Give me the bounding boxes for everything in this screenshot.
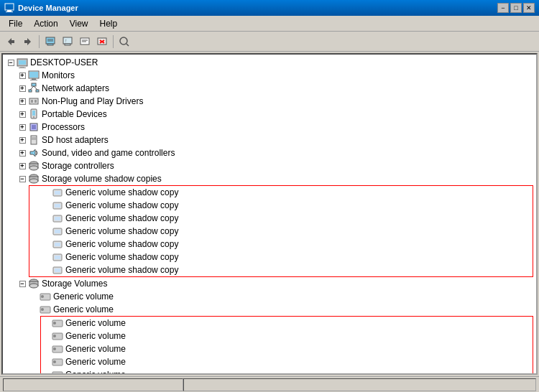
svg-rect-2: [6, 11, 13, 12]
sdhost-label: SD host adapters: [42, 135, 109, 145]
menu-view[interactable]: View: [64, 17, 94, 30]
svg-rect-0: [5, 4, 14, 10]
vol7-expand: [41, 370, 51, 375]
vol1-icon: [40, 291, 51, 302]
tree-item-shadow5[interactable]: Generic volume shadow copy: [29, 238, 533, 251]
svg-line-31: [30, 86, 34, 90]
storagevolumes-expand[interactable]: −: [17, 279, 27, 289]
uninstall-button[interactable]: [94, 34, 110, 50]
tree-item-sdhost[interactable]: + SD host adapters: [3, 134, 536, 146]
sdhost-expand[interactable]: +: [17, 135, 27, 145]
svg-rect-25: [29, 72, 38, 78]
tree-item-network[interactable]: + Network adapters: [3, 82, 536, 95]
vol5-icon: [52, 343, 63, 355]
svg-rect-30: [36, 90, 39, 92]
close-button[interactable]: ✕: [523, 3, 535, 13]
tree-item-vol3[interactable]: Generic volume: [41, 317, 533, 330]
svg-marker-4: [24, 38, 31, 45]
shadow7-label: Generic volume shadow copy: [65, 265, 178, 275]
tree-item-vol2[interactable]: Generic volume: [3, 303, 536, 316]
network-expand[interactable]: +: [17, 83, 27, 93]
rollback-icon: [79, 36, 91, 47]
tree-item-storagevolumeshadow[interactable]: − Storage volume shadow copies: [3, 172, 536, 185]
tree-item-shadow6[interactable]: Generic volume shadow copy: [29, 251, 533, 263]
svg-point-48: [29, 166, 38, 170]
toolbar-separator-1: [39, 35, 40, 48]
vol2-icon: [40, 304, 51, 315]
svg-rect-22: [20, 66, 24, 67]
title-text: Device Manager: [18, 4, 78, 12]
tree-item-processors[interactable]: + Processors: [3, 121, 536, 134]
tree-item-shadow7[interactable]: Generic volume shadow copy: [29, 263, 533, 276]
tree-item-vol1[interactable]: Generic volume: [3, 290, 536, 303]
vol6-expand: [41, 357, 51, 367]
portable-icon: [28, 108, 40, 120]
processors-expand[interactable]: +: [17, 122, 27, 132]
minimize-button[interactable]: −: [497, 3, 509, 13]
menu-action[interactable]: Action: [28, 17, 63, 30]
storagevolumes-icon: [28, 278, 40, 289]
svg-point-80: [53, 360, 56, 363]
tree-item-storagecontrollers[interactable]: + Storage controllers: [3, 159, 536, 172]
svg-point-18: [120, 37, 127, 45]
svg-rect-1: [7, 10, 11, 11]
menu-file[interactable]: File: [3, 17, 28, 30]
tree-item-shadow2[interactable]: Generic volume shadow copy: [29, 199, 533, 212]
app-icon: [4, 3, 14, 13]
shadow4-label: Generic volume shadow copy: [65, 226, 178, 236]
tree-panel[interactable]: − DESKTOP-USER +: [1, 53, 538, 375]
status-bar: [0, 376, 539, 392]
tree-item-monitors[interactable]: + Monitors: [3, 69, 536, 82]
tree-item-shadow4[interactable]: Generic volume shadow copy: [29, 225, 533, 238]
tree-item-vol4[interactable]: Generic volume: [41, 330, 533, 342]
nonplug-icon: [28, 95, 40, 107]
monitors-label: Monitors: [42, 70, 75, 80]
svg-marker-3: [8, 38, 14, 45]
tree-item-portable[interactable]: + Portable Devices: [3, 108, 536, 121]
vol3-expand: [41, 318, 51, 328]
menu-help[interactable]: Help: [94, 17, 124, 30]
svg-point-38: [33, 116, 34, 118]
storagecontrollers-expand[interactable]: +: [17, 161, 27, 171]
svg-line-32: [34, 86, 37, 90]
update-button[interactable]: ↑: [60, 34, 75, 50]
tree-item-vol6[interactable]: Generic volume: [41, 355, 533, 368]
forward-button[interactable]: [20, 34, 36, 50]
tree-item-sound[interactable]: + Sound, video and game controllers: [3, 146, 536, 159]
svg-line-19: [126, 44, 129, 46]
vol2-label: Generic volume: [53, 304, 114, 314]
maximize-button[interactable]: □: [510, 3, 522, 13]
svg-rect-21: [19, 60, 26, 65]
title-bar-left: Device Manager: [4, 3, 78, 13]
storagevolumeshadow-expand[interactable]: −: [17, 174, 27, 184]
menu-bar: File Action View Help: [0, 16, 539, 32]
volumes-group1: Generic volume Generic volume: [40, 316, 533, 375]
properties-button[interactable]: [42, 34, 58, 50]
svg-rect-28: [32, 83, 36, 86]
tree-item-nonplug[interactable]: + Non-Plug and Play Drivers: [3, 95, 536, 108]
tree-item-vol5[interactable]: Generic volume: [41, 342, 533, 355]
svg-rect-55: [55, 204, 60, 207]
shadow4-expand: [41, 226, 51, 236]
svg-rect-61: [55, 243, 60, 246]
portable-expand[interactable]: +: [17, 109, 27, 119]
shadow1-icon: [52, 187, 63, 198]
scan-button[interactable]: [116, 34, 132, 50]
tree-root[interactable]: − DESKTOP-USER: [3, 56, 536, 69]
back-button[interactable]: [3, 34, 19, 50]
svg-rect-37: [32, 111, 35, 116]
vol5-expand: [41, 344, 51, 354]
tree-item-shadow1[interactable]: Generic volume shadow copy: [29, 186, 533, 199]
title-buttons: − □ ✕: [497, 3, 535, 13]
svg-point-76: [53, 335, 56, 337]
tree-item-storagevolumes[interactable]: − Storage Volumes: [3, 277, 536, 290]
rollback-button[interactable]: [77, 34, 93, 50]
update-icon: ↑: [62, 36, 73, 47]
nonplug-expand[interactable]: +: [17, 96, 27, 106]
vol7-icon: [52, 369, 63, 375]
monitors-expand[interactable]: +: [17, 70, 27, 80]
root-expand[interactable]: −: [6, 57, 16, 67]
tree-item-vol7[interactable]: Generic volume: [41, 368, 533, 375]
tree-item-shadow3[interactable]: Generic volume shadow copy: [29, 212, 533, 225]
sound-expand[interactable]: +: [17, 148, 27, 158]
